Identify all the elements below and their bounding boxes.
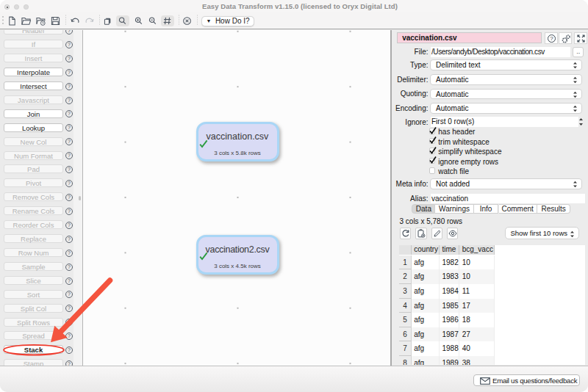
svg-text:?: ?	[68, 264, 71, 269]
svg-text:?: ?	[68, 167, 71, 172]
svg-text:?: ?	[68, 139, 71, 145]
svg-text:?: ?	[68, 320, 71, 325]
svg-text:?: ?	[68, 236, 71, 242]
svg-text:?: ?	[68, 42, 71, 47]
svg-text:?: ?	[68, 153, 71, 159]
svg-text:?: ?	[68, 278, 71, 283]
svg-text:?: ?	[68, 333, 71, 338]
svg-text:?: ?	[550, 35, 553, 42]
svg-text:?: ?	[68, 30, 71, 33]
svg-text:?: ?	[68, 292, 71, 297]
svg-text:?: ?	[68, 306, 71, 311]
svg-text:?: ?	[68, 70, 71, 75]
svg-text:?: ?	[68, 208, 71, 214]
svg-text:?: ?	[68, 250, 71, 255]
svg-text:?: ?	[68, 112, 71, 117]
svg-text:?: ?	[68, 347, 71, 352]
svg-text:?: ?	[68, 56, 71, 61]
svg-text:?: ?	[68, 84, 71, 89]
svg-text:?: ?	[68, 126, 71, 131]
svg-text:?: ?	[68, 98, 71, 103]
svg-text:?: ?	[68, 181, 71, 186]
svg-text:?: ?	[68, 222, 71, 228]
svg-text:?: ?	[68, 195, 71, 200]
